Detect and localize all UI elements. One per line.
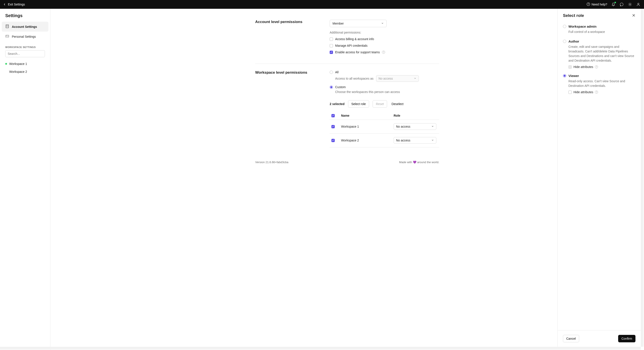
select-value: No access xyxy=(396,125,410,128)
notification-dot xyxy=(614,2,616,3)
workspace-search-input[interactable] xyxy=(5,50,45,57)
settings-title: Settings xyxy=(2,13,48,22)
role-description: Read-only access. Can't view Source and … xyxy=(568,79,636,88)
custom-radio-sub: Choose the workspaces this person can ac… xyxy=(335,90,439,94)
topbar-right: ? Need help? xyxy=(586,2,640,7)
select-role-button[interactable]: Select role xyxy=(348,100,369,108)
all-sub-label: Access to all workspaces as xyxy=(335,77,374,80)
radio-label: Custom xyxy=(335,85,346,89)
row-name: Workspace 2 xyxy=(341,139,388,142)
svg-rect-6 xyxy=(6,26,7,26)
need-help-button[interactable]: ? Need help? xyxy=(586,3,607,7)
row-role-select[interactable]: No access xyxy=(394,123,436,130)
hide-attributes-row[interactable]: Hide attributes ? xyxy=(568,90,636,94)
workspace-label: Workspace 2 xyxy=(9,70,27,73)
role-radio-row[interactable]: Viewer xyxy=(563,74,636,78)
select-value: Member xyxy=(332,22,344,25)
role-radio-row[interactable]: Author xyxy=(563,40,636,43)
confirm-button[interactable]: Confirm xyxy=(618,335,636,342)
role-description: Full control of a workspace xyxy=(568,30,636,34)
sidebar: Settings Account Settings Personal Setti… xyxy=(0,9,50,350)
cancel-button[interactable]: Cancel xyxy=(563,335,579,342)
workspace-item-2[interactable]: Workspace 2 xyxy=(2,68,48,76)
role-title: Author xyxy=(568,40,579,43)
gear-icon[interactable] xyxy=(628,2,632,7)
checkbox-icon xyxy=(330,38,333,41)
topbar: Exit Settings ? Need help? xyxy=(0,0,644,9)
custom-sub-label: Choose the workspaces this person can ac… xyxy=(335,90,400,94)
row-name: Workspace 1 xyxy=(341,125,388,128)
checkbox-label: Manage API credentials xyxy=(335,44,368,47)
deselect-button[interactable]: Deselect xyxy=(390,100,404,107)
radio-label: All xyxy=(335,70,339,74)
chevron-down-icon xyxy=(431,139,434,142)
svg-point-4 xyxy=(638,3,639,5)
help-icon: ? xyxy=(586,3,590,7)
radio-checked-icon xyxy=(330,86,333,89)
checkbox-label: Access billing & account info xyxy=(335,37,374,41)
close-icon[interactable] xyxy=(632,14,636,18)
radio-icon xyxy=(563,40,566,43)
role-viewer: Viewer Read-only access. Can't view Sour… xyxy=(563,74,636,94)
panel-body: Workspace admin Full control of a worksp… xyxy=(558,22,641,330)
row-role-select[interactable]: No access xyxy=(394,137,436,144)
select-all-checkbox[interactable] xyxy=(332,114,335,117)
hide-attributes-row[interactable]: Hide attributes ? xyxy=(568,65,636,69)
radio-icon xyxy=(563,25,566,28)
user-icon[interactable] xyxy=(636,2,640,7)
additional-permissions-label: Additional permissions: xyxy=(330,31,439,34)
checkbox-icon xyxy=(568,91,572,94)
chevron-left-icon xyxy=(4,3,6,6)
account-level-section: Account level permissions Member Additio… xyxy=(255,18,439,64)
panel-footer: Cancel Confirm xyxy=(558,330,641,347)
sidebar-item-personal-settings[interactable]: Personal Settings xyxy=(2,32,48,42)
account-role-select[interactable]: Member xyxy=(330,20,386,27)
row-checkbox[interactable] xyxy=(332,125,335,128)
workspace-table: Name Role Workspace 1 No access xyxy=(330,112,439,147)
table-row: Workspace 1 No access xyxy=(330,120,439,133)
role-author: Author Create, edit and save campaigns a… xyxy=(563,40,636,69)
role-workspace-admin: Workspace admin Full control of a worksp… xyxy=(563,25,636,34)
reset-button[interactable]: Reset xyxy=(372,100,387,108)
table-row: Workspace 2 No access xyxy=(330,133,439,147)
workspace-item-1[interactable]: Workspace 1 xyxy=(2,60,48,68)
all-radio-row[interactable]: All xyxy=(330,70,439,74)
radio-icon xyxy=(330,71,333,74)
chevron-down-icon xyxy=(381,22,384,25)
checkbox-icon xyxy=(568,65,572,69)
sidebar-item-account-settings[interactable]: Account Settings xyxy=(2,22,48,32)
chat-icon[interactable] xyxy=(620,2,624,7)
all-access-select[interactable]: No access xyxy=(376,75,419,82)
table-header: Name Role xyxy=(330,112,439,120)
info-icon[interactable]: ? xyxy=(382,51,385,54)
api-checkbox-row[interactable]: Manage API credentials xyxy=(330,44,439,47)
svg-rect-5 xyxy=(6,25,8,28)
hide-attributes-label: Hide attributes xyxy=(574,65,593,69)
role-description: Create, edit and save campaigns and broa… xyxy=(568,45,636,63)
sidebar-item-label: Account Settings xyxy=(12,25,37,29)
info-icon[interactable]: ? xyxy=(595,65,598,68)
checkbox-icon xyxy=(330,44,333,47)
select-value: No access xyxy=(378,77,393,80)
all-radio-sub: Access to all workspaces as No access xyxy=(335,75,439,82)
horizontal-scrollbar[interactable] xyxy=(0,347,641,349)
workspace-label: Workspace 1 xyxy=(9,62,27,66)
status-dot-icon xyxy=(5,63,7,65)
checkbox-label: Enable access for support teams xyxy=(335,50,380,54)
role-radio-row[interactable]: Workspace admin xyxy=(563,25,636,28)
exit-settings-button[interactable]: Exit Settings xyxy=(4,3,25,6)
vertical-scrollbar[interactable] xyxy=(641,9,644,347)
billing-checkbox-row[interactable]: Access billing & account info xyxy=(330,37,439,41)
id-card-icon xyxy=(5,34,9,39)
column-name: Name xyxy=(341,114,388,117)
support-checkbox-row[interactable]: Enable access for support teams ? xyxy=(330,50,439,54)
svg-rect-9 xyxy=(8,26,8,27)
notifications-icon[interactable] xyxy=(611,2,616,7)
select-value: No access xyxy=(396,139,410,142)
info-icon[interactable]: ? xyxy=(595,91,598,94)
hide-attributes-label: Hide attributes xyxy=(574,90,593,94)
footer: Version 21.6.66+fabd3cba Made with 💜 aro… xyxy=(255,154,439,166)
custom-radio-row[interactable]: Custom xyxy=(330,85,439,89)
row-checkbox[interactable] xyxy=(332,139,335,142)
select-role-panel: Select role Workspace admin Full control… xyxy=(558,9,641,347)
